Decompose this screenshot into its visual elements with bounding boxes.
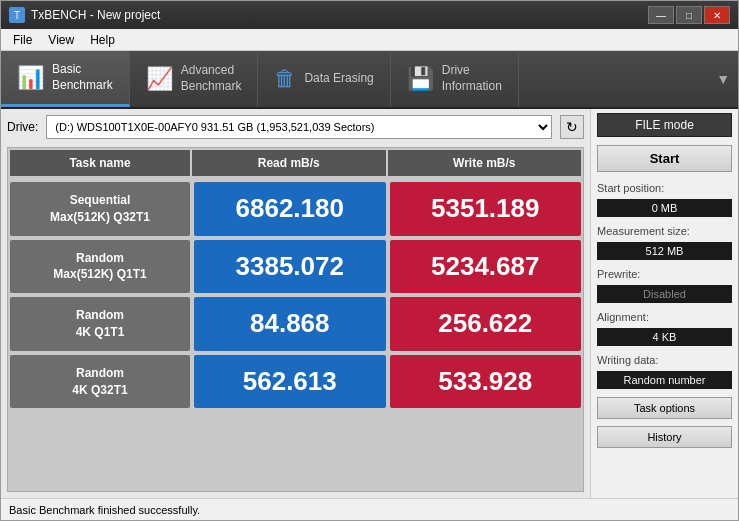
status-text: Basic Benchmark finished successfully. (9, 504, 200, 516)
param-value-4: Random number (597, 371, 732, 389)
start-button[interactable]: Start (597, 145, 732, 172)
row-label-1: RandomMax(512K) Q1T1 (10, 240, 190, 294)
tab-basic[interactable]: 📊 BasicBenchmark (1, 51, 130, 107)
tab-advanced-label: AdvancedBenchmark (181, 63, 242, 94)
tab-drive-label: DriveInformation (442, 63, 502, 94)
param-value-0: 0 MB (597, 199, 732, 217)
drive-label: Drive: (7, 120, 38, 134)
param-label-4: Writing data: (597, 354, 732, 366)
maximize-button[interactable]: □ (676, 6, 702, 24)
tab-advanced[interactable]: 📈 AdvancedBenchmark (130, 51, 259, 107)
menu-bar: File View Help (1, 29, 738, 51)
param-value-2: Disabled (597, 285, 732, 303)
table-header: Task name Read mB/s Write mB/s (8, 148, 583, 178)
table-body: SequentialMax(512K) Q32T1 6862.180 5351.… (8, 178, 583, 412)
right-panel: FILE mode Start Start position: 0 MB Mea… (590, 109, 738, 498)
param-label-2: Prewrite: (597, 268, 732, 280)
table-row: RandomMax(512K) Q1T1 3385.072 5234.687 (10, 240, 581, 294)
toolbar-arrow[interactable]: ▼ (708, 51, 738, 107)
window-title: TxBENCH - New project (31, 8, 160, 22)
drive-row: Drive: (D:) WDS100T1X0E-00AFY0 931.51 GB… (7, 115, 584, 139)
results-table: Task name Read mB/s Write mB/s Sequentia… (7, 147, 584, 492)
file-mode-button[interactable]: FILE mode (597, 113, 732, 137)
table-row: Random4K Q32T1 562.613 533.928 (10, 355, 581, 409)
status-bar: Basic Benchmark finished successfully. (1, 498, 738, 520)
table-row: Random4K Q1T1 84.868 256.622 (10, 297, 581, 351)
menu-file[interactable]: File (5, 31, 40, 49)
param-label-3: Alignment: (597, 311, 732, 323)
tab-erase[interactable]: 🗑 Data Erasing (258, 51, 390, 107)
close-button[interactable]: ✕ (704, 6, 730, 24)
drive-refresh-button[interactable]: ↻ (560, 115, 584, 139)
param-value-1: 512 MB (597, 242, 732, 260)
tab-drive[interactable]: 💾 DriveInformation (391, 51, 519, 107)
menu-help[interactable]: Help (82, 31, 123, 49)
col-header-write: Write mB/s (388, 150, 582, 176)
cell-write-2: 256.622 (390, 297, 582, 351)
cell-read-2: 84.868 (194, 297, 386, 351)
left-panel: Drive: (D:) WDS100T1X0E-00AFY0 931.51 GB… (1, 109, 590, 498)
advanced-benchmark-icon: 📈 (146, 66, 173, 92)
main-window: T TxBENCH - New project — □ ✕ File View … (0, 0, 739, 521)
cell-read-0: 6862.180 (194, 182, 386, 236)
row-label-2: Random4K Q1T1 (10, 297, 190, 351)
app-icon: T (9, 7, 25, 23)
cell-read-1: 3385.072 (194, 240, 386, 294)
data-erasing-icon: 🗑 (274, 66, 296, 92)
cell-write-3: 533.928 (390, 355, 582, 409)
param-label-0: Start position: (597, 182, 732, 194)
main-content: Drive: (D:) WDS100T1X0E-00AFY0 931.51 GB… (1, 109, 738, 498)
basic-benchmark-icon: 📊 (17, 65, 44, 91)
cell-write-0: 5351.189 (390, 182, 582, 236)
history-button[interactable]: History (597, 426, 732, 448)
task-options-button[interactable]: Task options (597, 397, 732, 419)
minimize-button[interactable]: — (648, 6, 674, 24)
param-value-3: 4 KB (597, 328, 732, 346)
drive-information-icon: 💾 (407, 66, 434, 92)
toolbar: 📊 BasicBenchmark 📈 AdvancedBenchmark 🗑 D… (1, 51, 738, 109)
col-header-task: Task name (10, 150, 190, 176)
row-label-3: Random4K Q32T1 (10, 355, 190, 409)
cell-read-3: 562.613 (194, 355, 386, 409)
tab-basic-label: BasicBenchmark (52, 62, 113, 93)
table-row: SequentialMax(512K) Q32T1 6862.180 5351.… (10, 182, 581, 236)
cell-write-1: 5234.687 (390, 240, 582, 294)
drive-select[interactable]: (D:) WDS100T1X0E-00AFY0 931.51 GB (1,953… (46, 115, 552, 139)
menu-view[interactable]: View (40, 31, 82, 49)
col-header-read: Read mB/s (192, 150, 386, 176)
row-label-0: SequentialMax(512K) Q32T1 (10, 182, 190, 236)
tab-erase-label: Data Erasing (304, 71, 373, 87)
title-bar: T TxBENCH - New project — □ ✕ (1, 1, 738, 29)
param-label-1: Measurement size: (597, 225, 732, 237)
